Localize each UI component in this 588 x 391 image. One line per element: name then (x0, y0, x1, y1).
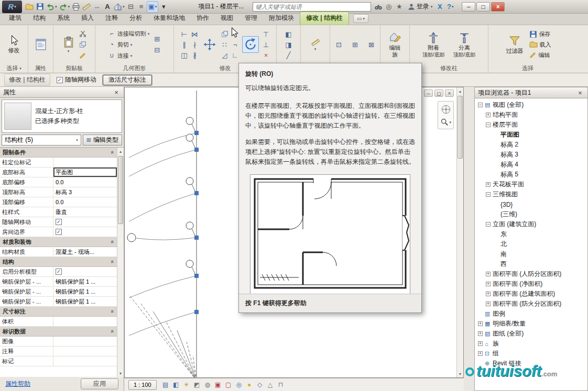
ribbon-tab-3[interactable]: 系统 (51, 12, 75, 25)
search-input[interactable] (253, 2, 371, 12)
tree-item[interactable]: −立面 (建筑立面) (475, 219, 587, 229)
scroll-up-icon[interactable]: ▲ (117, 148, 124, 155)
property-group-header[interactable]: 尺寸标注« (0, 307, 117, 317)
temporary-view-properties-icon[interactable]: ◇ (255, 380, 265, 389)
scroll-thumb[interactable] (458, 96, 463, 159)
tree-item[interactable]: +面积平面 (总建筑面积) (475, 289, 587, 299)
property-value[interactable]: 0.0 (53, 197, 117, 207)
trim-extend-single-icon[interactable]: ¬ (230, 40, 240, 50)
edit-selection-button[interactable]: 编辑 (529, 50, 551, 60)
close-button[interactable]: × (491, 2, 505, 12)
redo-icon[interactable]: ▾ (58, 1, 71, 13)
properties-close-icon[interactable]: × (112, 88, 121, 96)
measure-icon[interactable] (81, 1, 92, 13)
tree-item[interactable]: +⊡组 (475, 349, 587, 359)
property-value[interactable]: ✓ (53, 227, 117, 237)
tree-item[interactable]: {3D} (475, 199, 587, 209)
qat-customize-icon[interactable]: ▾ (158, 1, 169, 13)
help-icon[interactable]: ?▾ (445, 1, 455, 13)
override-graphics-icon[interactable]: ◧ (284, 29, 293, 39)
create-assembly-icon[interactable]: ⊠ (366, 40, 376, 50)
tree-item[interactable]: 东 (475, 229, 587, 239)
doc-minimize-button[interactable]: – (424, 90, 433, 97)
tree-item[interactable]: 平面图 (475, 130, 587, 140)
panel-label-geometry[interactable]: 几何图形 (95, 64, 173, 73)
properties-scrollbar[interactable]: ▲ ▼ (117, 148, 124, 377)
property-value[interactable]: 混凝土 - 现场... (53, 247, 117, 256)
project-browser-header[interactable]: 项目浏览器 - 项目1 × (475, 87, 587, 98)
tree-item[interactable]: +面积平面 (人防分区面积) (475, 269, 587, 279)
property-value[interactable] (53, 347, 117, 356)
shadows-icon[interactable]: ◩ (192, 380, 202, 389)
ribbon-tab-7[interactable]: 体量和场地 (148, 12, 191, 25)
join-geometry-button[interactable]: ∪连接▾ (107, 51, 151, 61)
zoom-icon[interactable]: ▾ (440, 117, 452, 127)
ribbon-display-toggle[interactable]: ▭▾ (353, 14, 368, 23)
cut-geometry-button[interactable]: ◔剪切▾ (107, 40, 151, 50)
split-element-icon[interactable]: ∤ (190, 40, 200, 50)
property-group-header[interactable]: 结构« (0, 257, 117, 267)
property-value[interactable] (53, 158, 117, 167)
tree-item[interactable]: +结构平面 (475, 110, 587, 120)
tree-item[interactable]: +面积平面 (净面积) (475, 279, 587, 289)
property-group-header[interactable]: 标识数据« (0, 327, 117, 337)
scale-icon[interactable]: ◿ (220, 50, 230, 60)
property-value[interactable] (53, 337, 117, 346)
application-menu-button[interactable]: R ▾ (2, 1, 22, 13)
edit-type-button[interactable]: ⊞ 编辑类型 (83, 135, 122, 146)
ribbon-tab-10[interactable]: 管理 (239, 12, 263, 25)
scroll-down-icon[interactable]: ▼ (117, 370, 124, 377)
match-type-icon[interactable] (78, 51, 88, 61)
panel-label-select-left[interactable]: 选择▾ (0, 64, 28, 73)
rotate-tool-button[interactable] (242, 36, 259, 53)
pin-icon[interactable]: ⊤ (261, 29, 271, 39)
property-value[interactable]: 垂直 (53, 207, 117, 217)
temporary-hide-isolate-icon[interactable]: ◎ (234, 380, 244, 389)
tree-item[interactable]: +⌂族 (475, 339, 587, 349)
tree-item[interactable]: ▥图例 (475, 309, 587, 319)
property-value[interactable]: 钢筋保护层 1 ... (53, 287, 117, 296)
tree-item[interactable]: +▧图纸 (全部) (475, 329, 587, 339)
ribbon-tab-9[interactable]: 视图 (215, 12, 239, 25)
scroll-thumb[interactable] (118, 156, 123, 224)
sign-in-button[interactable]: 登录 ▾ (408, 2, 433, 11)
move-tool-button[interactable] (202, 37, 217, 52)
ribbon-tab-6[interactable]: 分析 (124, 12, 148, 25)
wall-joins-icon[interactable]: ⊞ (152, 34, 162, 44)
unpin-icon[interactable]: ⊥ (261, 40, 271, 50)
tree-item[interactable]: 南 (475, 249, 587, 259)
tree-item[interactable]: +▦明细表/数量 (475, 319, 587, 329)
ribbon-tab-5[interactable]: 注释 (100, 12, 124, 25)
create-group-icon[interactable]: ⊞ (350, 40, 360, 50)
save-selection-button[interactable]: 保存 (529, 29, 551, 39)
activate-dimensions-button[interactable]: 激活尺寸标注 (103, 75, 152, 85)
property-group-header[interactable]: 限制条件« (0, 148, 117, 158)
steering-wheel-icon[interactable] (440, 104, 452, 115)
delete-icon[interactable]: × (261, 50, 271, 60)
copy-to-clipboard-icon[interactable] (78, 40, 88, 50)
move-with-grids-checkbox[interactable]: ✓ 随轴网移动 (57, 75, 96, 84)
exchange-apps-icon[interactable]: X (434, 1, 445, 13)
element-filter-select[interactable]: 结构柱 (5)▾ (2, 135, 81, 146)
visual-style-icon[interactable]: ◧ (171, 380, 181, 389)
property-value[interactable]: 钢筋保护层 1 ... (53, 297, 117, 306)
create-similar-icon[interactable]: ⊡ (334, 40, 344, 50)
property-value[interactable]: ✓ (53, 217, 117, 227)
tree-item[interactable]: 标高 2 (475, 140, 587, 150)
undo-icon[interactable]: ▾ (45, 1, 58, 13)
unjoin-icon[interactable]: ⊟ (152, 45, 162, 55)
sun-path-icon[interactable]: ☀ (182, 380, 191, 389)
property-value[interactable]: 钢筋保护层 1 ... (53, 277, 117, 286)
thin-lines-icon[interactable]: ≡ (136, 1, 147, 13)
ribbon-tab-8[interactable]: 协作 (191, 12, 215, 25)
tree-item[interactable]: (三维) (475, 209, 587, 219)
modify-tool-button[interactable]: 修改 (7, 34, 21, 55)
default-3d-view-icon[interactable]: ▾ (113, 1, 126, 13)
property-value[interactable]: 平面图 (53, 167, 117, 177)
show-rendering-dialog-icon[interactable]: ◍ (203, 380, 212, 389)
tree-item[interactable]: −三维视图 (475, 189, 587, 199)
measure-button[interactable]: ▾ (310, 37, 321, 52)
paste-button[interactable]: ▾ (61, 35, 77, 54)
favorites-icon[interactable]: ★ (394, 1, 405, 13)
tree-item[interactable]: 北 (475, 239, 587, 249)
